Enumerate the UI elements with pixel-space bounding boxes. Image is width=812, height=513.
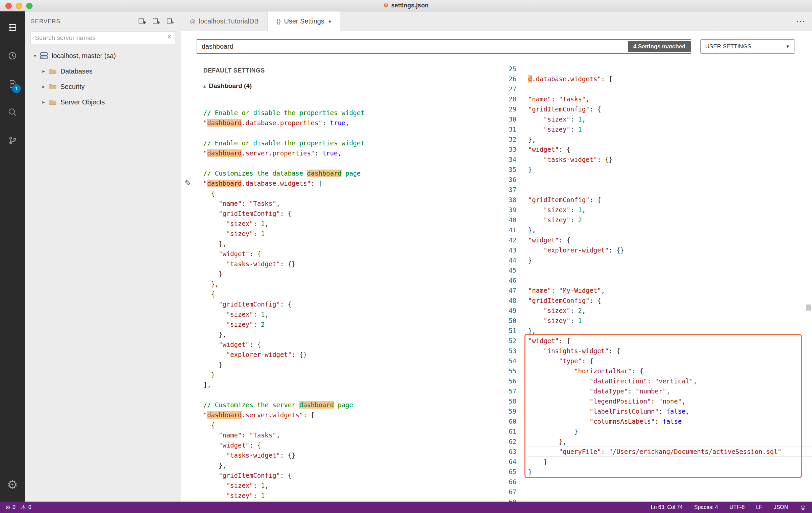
code-line[interactable]: 52"widget": { [498, 336, 812, 346]
code-line[interactable]: "sizex": 1, [203, 219, 498, 228]
cursor-position[interactable]: Ln 63, Col 74 [651, 504, 683, 510]
code-line[interactable]: // Customizes the database dashboard pag… [203, 168, 498, 178]
code-line[interactable]: 60 "columnsAsLabels": false [498, 416, 812, 426]
tree-item-localhost-master-sa[interactable]: ▾localhost, master (sa) [25, 48, 181, 63]
code-line[interactable]: "explorer-widget": {} [203, 350, 498, 359]
settings-scope-dropdown[interactable]: USER SETTINGS ▼ [700, 39, 795, 54]
code-line[interactable]: { [203, 188, 498, 198]
code-line[interactable]: "name": "Tasks", [203, 430, 498, 440]
settings-search-input[interactable] [197, 39, 691, 54]
code-line[interactable]: 27 [498, 84, 812, 94]
code-line[interactable]: }, [203, 329, 498, 340]
server-search-input[interactable] [31, 32, 175, 44]
indentation-setting[interactable]: Spaces: 4 [694, 504, 718, 510]
code-line[interactable]: 46 [498, 275, 812, 286]
modified-indicator-icon[interactable]: ● [328, 19, 331, 24]
new-server-group-icon[interactable] [152, 17, 161, 26]
code-line[interactable]: // Customizes the server dashboard page [203, 400, 498, 410]
active-connections-icon[interactable] [166, 17, 175, 26]
task-history-icon[interactable] [0, 42, 25, 70]
code-line[interactable]: 30 "sizex": 1, [498, 114, 812, 124]
code-line[interactable]: "tasks-widget": {} [203, 259, 498, 269]
tree-item-security[interactable]: ▸Security [25, 79, 181, 94]
code-line[interactable]: 28"name": "Tasks", [498, 94, 812, 104]
code-line[interactable]: 49 "sizex": 2, [498, 305, 812, 316]
code-line[interactable]: 64 } [498, 457, 812, 467]
code-line[interactable]: "gridItemConfig": { [203, 299, 498, 309]
source-control-icon[interactable] [0, 126, 25, 155]
code-line[interactable]: "widget": { [203, 440, 498, 450]
code-line[interactable] [203, 158, 498, 168]
default-settings-code[interactable]: // Enable or disable the properties widg… [181, 108, 498, 502]
code-line[interactable]: 51}, [498, 326, 812, 336]
code-line[interactable]: 34 "tasks-widget": {} [498, 155, 812, 164]
code-line[interactable]: 57 "dataType": "number", [498, 386, 812, 396]
chevron-right-icon[interactable]: ▸ [39, 99, 48, 105]
code-line[interactable] [203, 390, 498, 400]
code-line[interactable]: 45 [498, 265, 812, 275]
code-line[interactable]: "dashboard.server.properties": true, [203, 148, 498, 158]
file-encoding[interactable]: UTF-8 [729, 504, 745, 510]
code-line[interactable]: 31 "sizey": 1 [498, 124, 812, 134]
code-line[interactable]: "dashboard.database.widgets": [ [203, 178, 498, 188]
code-line[interactable]: } [203, 359, 498, 370]
code-line[interactable]: 43 "explorer-widget": {} [498, 245, 812, 255]
settings-gear-icon[interactable]: ⚙ [0, 471, 25, 499]
code-line[interactable]: "sizey": 1 [203, 228, 498, 239]
error-count[interactable]: ⊗ 0 [5, 504, 16, 511]
code-line[interactable]: }, [203, 460, 498, 470]
code-line[interactable]: 38"gridItemConfig": { [498, 195, 812, 205]
code-line[interactable]: "widget": { [203, 249, 498, 259]
code-line[interactable]: }, [203, 239, 498, 249]
code-line[interactable]: 32}, [498, 134, 812, 144]
code-line[interactable]: { [203, 289, 498, 299]
code-line[interactable]: "dashboard.server.widgets": [ [203, 410, 498, 420]
code-line[interactable]: 47"name": "My-Widget", [498, 286, 812, 295]
code-line[interactable]: 26d.database.widgets": [ [498, 74, 812, 84]
code-line[interactable]: "sizey": 1 [203, 490, 498, 501]
code-line[interactable]: 65} [498, 467, 812, 477]
code-line[interactable]: "gridItemConfig": { [203, 470, 498, 481]
code-line[interactable]: 59 "labelFirstColumn": false, [498, 406, 812, 416]
minimize-window-button[interactable] [16, 3, 22, 9]
code-line[interactable] [203, 128, 498, 138]
code-line[interactable]: "widget": { [203, 340, 498, 350]
code-line[interactable]: 67 [498, 487, 812, 497]
chevron-down-icon[interactable]: ▾ [31, 53, 39, 59]
code-line[interactable]: 44} [498, 255, 812, 265]
code-line[interactable]: "dashboard.database.properties": true, [203, 118, 498, 128]
code-line[interactable]: "sizey": 2 [203, 319, 498, 329]
more-actions-icon[interactable]: ⋯ [796, 16, 805, 27]
code-line[interactable]: 36 [498, 174, 812, 185]
code-line[interactable]: 29"gridItemConfig": { [498, 104, 812, 114]
open-editors-icon[interactable]: 1 [0, 70, 25, 98]
tree-item-server-objects[interactable]: ▸Server Objects [25, 94, 181, 110]
chevron-right-icon[interactable]: ▸ [39, 68, 48, 74]
scrollbar-thumb[interactable] [806, 304, 811, 310]
user-settings-code[interactable]: 2526d.database.widgets": [2728"name": "T… [498, 64, 812, 502]
code-line[interactable]: 35} [498, 164, 812, 174]
code-line[interactable]: "sizex": 1, [203, 309, 498, 319]
code-line[interactable]: 42"widget": { [498, 235, 812, 245]
code-line[interactable]: "gridItemConfig": { [203, 209, 498, 219]
language-mode[interactable]: JSON [774, 504, 788, 510]
code-line[interactable]: // Enable or disable the properties widg… [203, 138, 498, 148]
code-line[interactable]: 50 "sizey": 1 [498, 316, 812, 326]
maximize-window-button[interactable] [26, 3, 33, 9]
search-view-icon[interactable] [0, 98, 25, 126]
code-line[interactable]: 58 "legendPosition": "none", [498, 396, 812, 406]
code-line[interactable]: ], [203, 380, 498, 390]
code-line[interactable]: 61 } [498, 426, 812, 436]
code-line[interactable]: 48"gridItemConfig": { [498, 295, 812, 305]
code-line[interactable]: 63 "queryFile": "/Users/erickang/Documen… [498, 447, 812, 457]
code-line[interactable]: { [203, 420, 498, 430]
code-line[interactable]: }, [203, 279, 498, 289]
code-line[interactable]: "name": "Tasks", [203, 198, 498, 209]
tab-user-settings[interactable]: {}User Settings● [268, 11, 340, 31]
clear-search-icon[interactable]: × [167, 32, 171, 41]
code-line[interactable]: "sizex": 1, [203, 481, 498, 490]
code-line[interactable]: 62 }, [498, 436, 812, 447]
chevron-right-icon[interactable]: ▸ [39, 84, 48, 90]
tab-localhost-tutorialdb[interactable]: ◎localhost:TutorialDB [181, 11, 268, 31]
code-line[interactable]: 33"widget": { [498, 144, 812, 155]
